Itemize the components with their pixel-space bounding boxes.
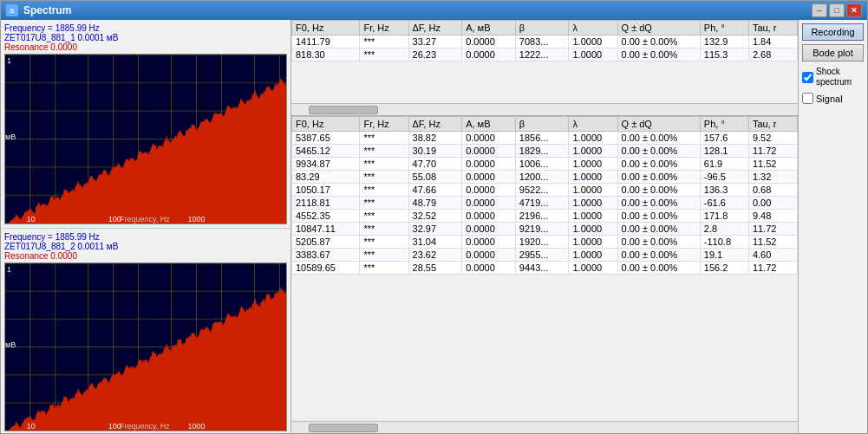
table-cell: 2196...	[515, 210, 569, 223]
table-cell: 48.79	[408, 197, 462, 210]
table-row: 4552.35***32.520.00002196...1.00000.00 ±…	[292, 210, 798, 223]
signal-item: Signal	[802, 93, 864, 104]
chart1-resonance: Resonance 0.0000	[4, 42, 287, 52]
table-cell: ***	[360, 145, 408, 158]
table-cell: 9.48	[748, 210, 797, 223]
table-row: 2118.81***48.790.00004719...1.00000.00 ±…	[292, 197, 798, 210]
table-cell: 23.62	[408, 249, 462, 262]
th-f0-2: F0, Hz	[292, 117, 360, 132]
shock-spectrum-label: Shock spectrum	[816, 67, 864, 87]
table-cell: 0.0000	[462, 171, 516, 184]
table-cell: 9.52	[748, 132, 797, 145]
table-cell: 132.9	[700, 36, 748, 49]
table-cell: 5387.65	[292, 132, 360, 145]
table1-scroll[interactable]: F0, Hz Fr, Hz ΔF, Hz A, мВ β λ Q ± dQ Ph…	[291, 20, 798, 103]
table2-head: F0, Hz Fr, Hz ΔF, Hz A, мВ β λ Q ± dQ Ph…	[292, 117, 798, 132]
chart2-info: Frequency = 1885.99 Hz ZET017U8_881_2 0.…	[4, 232, 287, 261]
table-cell: 11.72	[748, 145, 797, 158]
table-cell: 1.0000	[569, 197, 617, 210]
table-cell: 2118.81	[292, 197, 360, 210]
th-a-1: A, мВ	[462, 21, 516, 36]
table-cell: ***	[360, 197, 408, 210]
table-cell: 1.0000	[569, 210, 617, 223]
table-cell: 0.0000	[462, 223, 516, 236]
main-content: Frequency = 1885.99 Hz ZET017U8_881_1 0.…	[1, 20, 867, 433]
table-cell: 9934.87	[292, 158, 360, 171]
table-cell: 128.1	[700, 145, 748, 158]
table-cell: 115.3	[700, 49, 748, 62]
table-cell: ***	[360, 223, 408, 236]
table-cell: 33.27	[408, 36, 462, 49]
table-cell: 0.00 ± 0.00%	[617, 210, 700, 223]
table-cell: 0.0000	[462, 145, 516, 158]
table-cell: 0.00 ± 0.00%	[617, 262, 700, 275]
title-bar-controls: ─ □ ✕	[812, 3, 862, 17]
chart1-freq: Frequency = 1885.99 Hz	[4, 23, 287, 33]
table-cell: 2955...	[515, 249, 569, 262]
table1-hscroll-thumb[interactable]	[309, 106, 378, 114]
table-cell: 1.0000	[569, 49, 617, 62]
table-cell: 9443...	[515, 262, 569, 275]
table-cell: 0.0000	[462, 49, 516, 62]
table2-hscrollbar[interactable]	[291, 421, 798, 433]
th-tau-2: Tau, r	[748, 117, 797, 132]
center-panel: F0, Hz Fr, Hz ΔF, Hz A, мВ β λ Q ± dQ Ph…	[291, 20, 798, 433]
table-cell: 32.97	[408, 223, 462, 236]
th-q-1: Q ± dQ	[617, 21, 700, 36]
table2-body: 5387.65***38.820.00001856...1.00000.00 ±…	[292, 132, 798, 275]
table-cell: 171.8	[700, 210, 748, 223]
table-cell: ***	[360, 36, 408, 49]
table2-hscroll-thumb[interactable]	[309, 424, 378, 432]
table-cell: 11.72	[748, 262, 797, 275]
bode-plot-button[interactable]: Bode plot	[802, 44, 864, 62]
table-cell: 1829...	[515, 145, 569, 158]
table-cell: 11.52	[748, 158, 797, 171]
table-cell: 19.1	[700, 249, 748, 262]
table-cell: 2.68	[748, 49, 797, 62]
left-panel: Frequency = 1885.99 Hz ZET017U8_881_1 0.…	[1, 20, 291, 433]
table-cell: 5205.87	[292, 236, 360, 249]
table-cell: 0.00 ± 0.00%	[617, 49, 700, 62]
table-cell: 157.6	[700, 132, 748, 145]
th-tau-1: Tau, r	[748, 21, 797, 36]
table-cell: 4719...	[515, 197, 569, 210]
minimize-button[interactable]: ─	[812, 3, 827, 17]
table-cell: 55.08	[408, 171, 462, 184]
table-cell: 11.52	[748, 236, 797, 249]
table-cell: 0.00 ± 0.00%	[617, 197, 700, 210]
table-cell: 1920...	[515, 236, 569, 249]
chart2-freq: Frequency = 1885.99 Hz	[4, 232, 287, 242]
table-cell: 2.8	[700, 223, 748, 236]
table1-hscrollbar[interactable]	[291, 103, 798, 115]
th-df-1: ΔF, Hz	[408, 21, 462, 36]
signal-checkbox[interactable]	[802, 93, 813, 104]
table-cell: ***	[360, 249, 408, 262]
chart2-resonance: Resonance 0.0000	[4, 251, 287, 261]
table-cell: 1856...	[515, 132, 569, 145]
table-cell: 11.72	[748, 223, 797, 236]
table-cell: 1.0000	[569, 249, 617, 262]
table2-header-row: F0, Hz Fr, Hz ΔF, Hz A, мВ β λ Q ± dQ Ph…	[292, 117, 798, 132]
table-cell: -61.6	[700, 197, 748, 210]
table-cell: 1006...	[515, 158, 569, 171]
table-cell: 1.0000	[569, 171, 617, 184]
table-row: 5205.87***31.040.00001920...1.00000.00 ±…	[292, 236, 798, 249]
recording-button[interactable]: Recording	[802, 23, 864, 41]
window-icon: S	[6, 4, 18, 16]
table-cell: 10847.11	[292, 223, 360, 236]
table-row: 1050.17***47.660.00009522...1.00000.00 ±…	[292, 184, 798, 197]
table2-scroll[interactable]: F0, Hz Fr, Hz ΔF, Hz A, мВ β λ Q ± dQ Ph…	[291, 116, 798, 421]
right-panel: Recording Bode plot Shock spectrum Signa…	[798, 20, 867, 433]
table-cell: 0.0000	[462, 158, 516, 171]
close-button[interactable]: ✕	[846, 3, 862, 17]
table1-head: F0, Hz Fr, Hz ΔF, Hz A, мВ β λ Q ± dQ Ph…	[292, 21, 798, 36]
table-cell: 0.0000	[462, 36, 516, 49]
table-row: 10589.65***28.550.00009443...1.00000.00 …	[292, 262, 798, 275]
table-cell: 818.30	[292, 49, 360, 62]
table1-section: F0, Hz Fr, Hz ΔF, Hz A, мВ β λ Q ± dQ Ph…	[291, 20, 798, 115]
shock-spectrum-checkbox[interactable]	[802, 72, 813, 83]
th-a-2: A, мВ	[462, 117, 516, 132]
table-cell: 0.68	[748, 184, 797, 197]
maximize-button[interactable]: □	[829, 3, 845, 17]
table-cell: -110.8	[700, 236, 748, 249]
